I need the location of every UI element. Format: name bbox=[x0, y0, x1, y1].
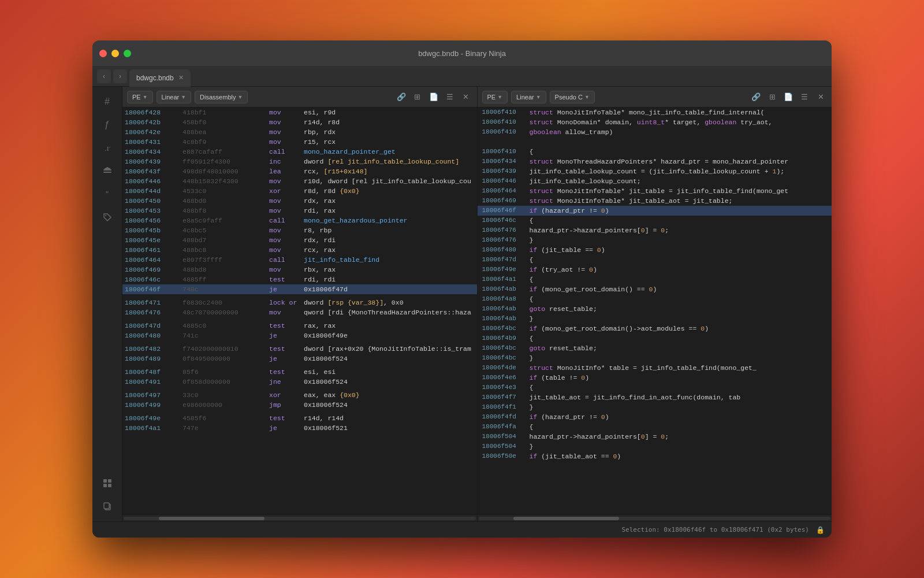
pseudo-line: 18006f410 struct MonoDomain* domain, uin… bbox=[478, 117, 832, 127]
pseudo-code-text: } bbox=[530, 353, 832, 363]
disasm-mnemonic: je bbox=[267, 331, 301, 340]
pseudo-line: 18006f4e6 if (table != 0) bbox=[478, 373, 832, 383]
pseudo-line: 18006f4b9 { bbox=[478, 334, 832, 343]
close-panel-left[interactable]: ✕ bbox=[460, 91, 472, 103]
disasm-bytes: 0f858d000000 bbox=[180, 377, 267, 387]
pseudo-line: 18006f410 gboolean allow_tramp) bbox=[478, 127, 832, 137]
hash-icon[interactable]: # bbox=[97, 91, 118, 112]
menu-icon[interactable]: ☰ bbox=[444, 91, 456, 103]
copy-icon[interactable] bbox=[97, 496, 118, 517]
file-icon[interactable]: 📄 bbox=[427, 91, 440, 103]
disasm-operands: 0x18006f524 bbox=[301, 354, 477, 364]
pseudo-addr: 18006f434 bbox=[478, 157, 530, 166]
disasm-operands: esi, esi bbox=[301, 367, 477, 377]
linear-dropdown-right[interactable]: Linear ▼ bbox=[511, 91, 546, 103]
disasm-mnemonic: xor bbox=[267, 390, 301, 400]
tab-bdwgc[interactable]: bdwgc.bndb ✕ bbox=[129, 69, 191, 87]
disasm-bytes: 33c0 bbox=[180, 390, 267, 400]
pseudo-code-text: { bbox=[530, 147, 832, 157]
pseudoc-scrollbar[interactable] bbox=[478, 514, 832, 521]
pseudo-line: 18006f439 jit_info_table_lookup_count = … bbox=[478, 166, 832, 176]
tab-forward-button[interactable]: › bbox=[113, 69, 127, 83]
link-icon[interactable]: 🔗 bbox=[395, 91, 408, 103]
disasm-addr: 18006f497 bbox=[122, 390, 180, 400]
disasm-operands: rcx, rax bbox=[301, 245, 477, 255]
function-icon[interactable]: ƒ bbox=[97, 114, 118, 135]
tab-back-button[interactable]: ‹ bbox=[97, 69, 111, 83]
tab-close-button[interactable]: ✕ bbox=[178, 74, 184, 81]
layers-icon[interactable] bbox=[97, 161, 118, 181]
variable-icon[interactable]: 𝑥 bbox=[97, 138, 118, 158]
file-icon-r[interactable]: 📄 bbox=[782, 91, 795, 103]
pseudo-addr: 18006f4e3 bbox=[478, 383, 530, 392]
maximize-button[interactable] bbox=[124, 50, 131, 57]
pseudo-addr: 18006f410 bbox=[478, 117, 530, 127]
pseudo-line: 18006f47d { bbox=[478, 255, 832, 265]
tag-icon[interactable] bbox=[97, 207, 118, 228]
status-bar: Selection: 0x18006f46f to 0x18006f471 (0… bbox=[92, 521, 832, 538]
linear-dropdown-left[interactable]: Linear ▼ bbox=[157, 91, 192, 103]
pseudo-addr: 18006f4a8 bbox=[478, 294, 530, 304]
disassembly-panel: PE ▼ Linear ▼ Disassembly ▼ 🔗 ⊞ 📄 bbox=[122, 87, 478, 521]
disasm-mnemonic: mov bbox=[267, 117, 301, 127]
disasm-mnemonic: mov bbox=[267, 265, 301, 275]
disasm-mnemonic: mov bbox=[267, 225, 301, 235]
split-h-icon-r[interactable]: ⊞ bbox=[766, 91, 778, 103]
grid-icon[interactable] bbox=[97, 473, 118, 494]
quote-icon[interactable]: " bbox=[97, 184, 118, 205]
disasm-operands: rax, rax bbox=[301, 321, 477, 331]
pseudo-line: 18006f4bc if (mono_get_root_domain()->ao… bbox=[478, 324, 832, 334]
disasm-addr: 18006f48f bbox=[122, 367, 180, 377]
pseudo-addr: 18006f4bc bbox=[478, 343, 530, 353]
pseudoc-dropdown[interactable]: Pseudo C ▼ bbox=[550, 91, 595, 103]
pseudoc-code[interactable]: 18006f410struct MonoJitInfoTable* mono_j… bbox=[478, 108, 832, 514]
disasm-bytes: 488bc8 bbox=[180, 245, 267, 255]
pseudo-code-text: if (hazard_ptr != 0) bbox=[530, 206, 832, 216]
disasm-mnemonic: je bbox=[267, 354, 301, 364]
menu-icon-r[interactable]: ☰ bbox=[798, 91, 811, 103]
pe-dropdown-left[interactable]: PE ▼ bbox=[127, 91, 153, 103]
svg-rect-5 bbox=[103, 484, 107, 487]
disasm-operands: 0x18006f49e bbox=[301, 331, 477, 340]
disasm-bytes: 4533c0 bbox=[180, 186, 267, 196]
pseudo-addr: 18006f4e6 bbox=[478, 373, 530, 383]
pseudo-code-text: hazard_ptr->hazard_pointers[0] = 0; bbox=[530, 225, 832, 235]
close-button[interactable] bbox=[99, 50, 107, 57]
disasm-operands: dword [rsp {var_38}], 0x0 bbox=[301, 298, 477, 307]
pseudo-line bbox=[478, 137, 832, 147]
disasm-mnemonic: xor bbox=[267, 186, 301, 196]
pseudo-addr: 18006f4f1 bbox=[478, 402, 530, 412]
pseudo-addr: 18006f476 bbox=[478, 235, 530, 245]
pseudo-code-text: jit_info_table_lookup_count = (jit_info_… bbox=[530, 166, 832, 176]
disasm-table: 18006f428418bf1movesi, r9d18006f42b458bf… bbox=[122, 108, 477, 433]
disasm-addr: 18006f469 bbox=[122, 265, 180, 275]
disasm-addr: 18006f491 bbox=[122, 377, 180, 387]
disasm-bytes: 488bd8 bbox=[180, 265, 267, 275]
link-icon-r[interactable]: 🔗 bbox=[750, 91, 762, 103]
disassembly-code[interactable]: 18006f428418bf1movesi, r9d18006f42b458bf… bbox=[122, 108, 477, 514]
close-panel-right[interactable]: ✕ bbox=[814, 91, 827, 103]
disasm-bytes: e8a5c9faff bbox=[180, 216, 267, 225]
pe-dropdown-right[interactable]: PE ▼ bbox=[482, 91, 508, 103]
pseudo-addr: 18006f446 bbox=[478, 176, 530, 186]
disasm-addr: 18006f446 bbox=[122, 176, 180, 186]
pseudo-line: 18006f4ab if (mono_get_root_domain() == … bbox=[478, 284, 832, 294]
disasm-mnemonic: inc bbox=[267, 157, 301, 166]
disasm-operands: esi, r9d bbox=[301, 108, 477, 117]
pseudo-line: 18006f4bc } bbox=[478, 353, 832, 363]
pseudo-code-text: { bbox=[530, 422, 832, 432]
pseudo-addr: 18006f439 bbox=[478, 166, 530, 176]
disasm-bytes: 4885ff bbox=[180, 275, 267, 284]
pseudo-line: 18006f4a1 { bbox=[478, 275, 832, 284]
split-h-icon[interactable]: ⊞ bbox=[411, 91, 424, 103]
pseudo-line: 18006f446 jit_info_table_lookup_count; bbox=[478, 176, 832, 186]
disassembly-dropdown[interactable]: Disassembly ▼ bbox=[195, 91, 248, 103]
disasm-addr: 18006f471 bbox=[122, 298, 180, 307]
pseudo-addr: 18006f4b9 bbox=[478, 334, 530, 343]
minimize-button[interactable] bbox=[111, 50, 119, 57]
disasm-operands: mono_get_hazardous_pointer bbox=[301, 216, 477, 225]
disasm-scrollbar[interactable] bbox=[122, 514, 477, 521]
pseudo-code-text: hazard_ptr->hazard_pointers[0] = 0; bbox=[530, 432, 832, 442]
pseudo-addr: 18006f4ab bbox=[478, 314, 530, 324]
disasm-bytes: 741c bbox=[180, 331, 267, 340]
